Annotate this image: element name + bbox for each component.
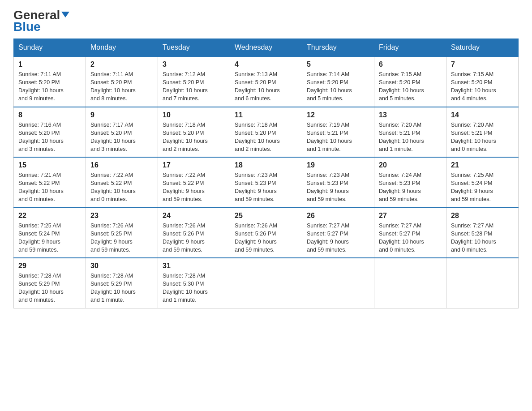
calendar-cell: 4Sunrise: 7:13 AMSunset: 5:20 PMDaylight… bbox=[230, 56, 302, 107]
calendar-cell: 21Sunrise: 7:25 AMSunset: 5:24 PMDayligh… bbox=[446, 157, 519, 208]
day-info: Sunrise: 7:28 AMSunset: 5:30 PMDaylight:… bbox=[163, 272, 225, 304]
col-header-friday: Friday bbox=[374, 39, 446, 57]
calendar-cell: 11Sunrise: 7:18 AMSunset: 5:20 PMDayligh… bbox=[230, 107, 302, 158]
calendar-cell bbox=[446, 258, 519, 308]
day-info: Sunrise: 7:23 AMSunset: 5:23 PMDaylight:… bbox=[307, 171, 369, 204]
calendar-cell: 17Sunrise: 7:22 AMSunset: 5:22 PMDayligh… bbox=[158, 157, 230, 208]
calendar-cell: 15Sunrise: 7:21 AMSunset: 5:22 PMDayligh… bbox=[14, 157, 86, 208]
col-header-saturday: Saturday bbox=[446, 39, 519, 57]
day-number: 2 bbox=[90, 60, 153, 68]
calendar-cell: 16Sunrise: 7:22 AMSunset: 5:22 PMDayligh… bbox=[86, 157, 158, 208]
day-number: 3 bbox=[163, 60, 225, 68]
day-info: Sunrise: 7:11 AMSunset: 5:20 PMDaylight:… bbox=[90, 70, 153, 103]
day-number: 25 bbox=[235, 212, 297, 220]
day-number: 12 bbox=[307, 111, 369, 119]
day-info: Sunrise: 7:28 AMSunset: 5:29 PMDaylight:… bbox=[18, 272, 81, 304]
day-info: Sunrise: 7:15 AMSunset: 5:20 PMDaylight:… bbox=[379, 70, 442, 103]
day-info: Sunrise: 7:12 AMSunset: 5:20 PMDaylight:… bbox=[163, 70, 225, 103]
day-number: 24 bbox=[163, 212, 225, 220]
calendar-cell: 22Sunrise: 7:25 AMSunset: 5:24 PMDayligh… bbox=[14, 208, 86, 258]
calendar-cell: 23Sunrise: 7:26 AMSunset: 5:25 PMDayligh… bbox=[86, 208, 158, 258]
day-number: 15 bbox=[18, 161, 81, 169]
calendar-cell: 24Sunrise: 7:26 AMSunset: 5:26 PMDayligh… bbox=[158, 208, 230, 258]
calendar-cell: 30Sunrise: 7:28 AMSunset: 5:29 PMDayligh… bbox=[86, 258, 158, 308]
day-info: Sunrise: 7:20 AMSunset: 5:21 PMDaylight:… bbox=[451, 121, 514, 154]
day-info: Sunrise: 7:28 AMSunset: 5:29 PMDaylight:… bbox=[90, 272, 153, 304]
day-number: 30 bbox=[90, 262, 153, 270]
calendar-cell: 10Sunrise: 7:18 AMSunset: 5:20 PMDayligh… bbox=[158, 107, 230, 158]
col-header-sunday: Sunday bbox=[14, 39, 86, 57]
calendar-table: SundayMondayTuesdayWednesdayThursdayFrid… bbox=[13, 39, 519, 308]
day-info: Sunrise: 7:26 AMSunset: 5:26 PMDaylight:… bbox=[235, 222, 297, 254]
day-number: 28 bbox=[451, 212, 514, 220]
day-number: 31 bbox=[163, 262, 225, 270]
calendar-cell: 1Sunrise: 7:11 AMSunset: 5:20 PMDaylight… bbox=[14, 56, 86, 107]
calendar-cell: 2Sunrise: 7:11 AMSunset: 5:20 PMDaylight… bbox=[86, 56, 158, 107]
week-row-4: 22Sunrise: 7:25 AMSunset: 5:24 PMDayligh… bbox=[14, 208, 519, 258]
day-info: Sunrise: 7:17 AMSunset: 5:20 PMDaylight:… bbox=[90, 121, 153, 154]
page-header: General Blue bbox=[13, 9, 519, 34]
day-number: 7 bbox=[451, 60, 514, 68]
col-header-thursday: Thursday bbox=[302, 39, 374, 57]
day-number: 17 bbox=[163, 161, 225, 169]
calendar-cell: 29Sunrise: 7:28 AMSunset: 5:29 PMDayligh… bbox=[14, 258, 86, 308]
col-header-monday: Monday bbox=[86, 39, 158, 57]
calendar-header-row: SundayMondayTuesdayWednesdayThursdayFrid… bbox=[14, 39, 519, 57]
calendar-cell: 7Sunrise: 7:15 AMSunset: 5:20 PMDaylight… bbox=[446, 56, 519, 107]
calendar-cell: 6Sunrise: 7:15 AMSunset: 5:20 PMDaylight… bbox=[374, 56, 446, 107]
day-number: 14 bbox=[451, 111, 514, 119]
day-number: 29 bbox=[18, 262, 81, 270]
day-number: 18 bbox=[235, 161, 297, 169]
day-info: Sunrise: 7:18 AMSunset: 5:20 PMDaylight:… bbox=[235, 121, 297, 154]
calendar-cell: 28Sunrise: 7:27 AMSunset: 5:28 PMDayligh… bbox=[446, 208, 519, 258]
week-row-5: 29Sunrise: 7:28 AMSunset: 5:29 PMDayligh… bbox=[14, 258, 519, 308]
day-info: Sunrise: 7:20 AMSunset: 5:21 PMDaylight:… bbox=[379, 121, 442, 154]
calendar-cell: 5Sunrise: 7:14 AMSunset: 5:20 PMDaylight… bbox=[302, 56, 374, 107]
col-header-tuesday: Tuesday bbox=[158, 39, 230, 57]
day-info: Sunrise: 7:26 AMSunset: 5:25 PMDaylight:… bbox=[90, 222, 153, 254]
day-info: Sunrise: 7:22 AMSunset: 5:22 PMDaylight:… bbox=[90, 171, 153, 204]
day-number: 8 bbox=[18, 111, 81, 119]
calendar-cell: 27Sunrise: 7:27 AMSunset: 5:27 PMDayligh… bbox=[374, 208, 446, 258]
day-number: 19 bbox=[307, 161, 369, 169]
day-number: 27 bbox=[379, 212, 442, 220]
calendar-cell: 25Sunrise: 7:26 AMSunset: 5:26 PMDayligh… bbox=[230, 208, 302, 258]
logo-blue: Blue bbox=[13, 20, 41, 34]
calendar-cell: 12Sunrise: 7:19 AMSunset: 5:21 PMDayligh… bbox=[302, 107, 374, 158]
day-info: Sunrise: 7:27 AMSunset: 5:28 PMDaylight:… bbox=[451, 222, 514, 254]
day-info: Sunrise: 7:15 AMSunset: 5:20 PMDaylight:… bbox=[451, 70, 514, 103]
day-number: 23 bbox=[90, 212, 153, 220]
calendar-cell: 8Sunrise: 7:16 AMSunset: 5:20 PMDaylight… bbox=[14, 107, 86, 158]
day-number: 20 bbox=[379, 161, 442, 169]
calendar-cell: 13Sunrise: 7:20 AMSunset: 5:21 PMDayligh… bbox=[374, 107, 446, 158]
day-info: Sunrise: 7:25 AMSunset: 5:24 PMDaylight:… bbox=[18, 222, 81, 254]
day-info: Sunrise: 7:16 AMSunset: 5:20 PMDaylight:… bbox=[18, 121, 81, 154]
calendar-cell bbox=[374, 258, 446, 308]
day-number: 13 bbox=[379, 111, 442, 119]
day-number: 26 bbox=[307, 212, 369, 220]
day-info: Sunrise: 7:26 AMSunset: 5:26 PMDaylight:… bbox=[163, 222, 225, 254]
day-number: 6 bbox=[379, 60, 442, 68]
day-info: Sunrise: 7:27 AMSunset: 5:27 PMDaylight:… bbox=[379, 222, 442, 254]
day-number: 21 bbox=[451, 161, 514, 169]
calendar-cell bbox=[230, 258, 302, 308]
day-number: 22 bbox=[18, 212, 81, 220]
day-number: 5 bbox=[307, 60, 369, 68]
calendar-cell: 9Sunrise: 7:17 AMSunset: 5:20 PMDaylight… bbox=[86, 107, 158, 158]
day-number: 10 bbox=[163, 111, 225, 119]
col-header-wednesday: Wednesday bbox=[230, 39, 302, 57]
day-info: Sunrise: 7:14 AMSunset: 5:20 PMDaylight:… bbox=[307, 70, 369, 103]
calendar-cell: 26Sunrise: 7:27 AMSunset: 5:27 PMDayligh… bbox=[302, 208, 374, 258]
week-row-1: 1Sunrise: 7:11 AMSunset: 5:20 PMDaylight… bbox=[14, 56, 519, 107]
calendar-cell: 3Sunrise: 7:12 AMSunset: 5:20 PMDaylight… bbox=[158, 56, 230, 107]
day-number: 1 bbox=[18, 60, 81, 68]
day-info: Sunrise: 7:27 AMSunset: 5:27 PMDaylight:… bbox=[307, 222, 369, 254]
day-info: Sunrise: 7:25 AMSunset: 5:24 PMDaylight:… bbox=[451, 171, 514, 204]
day-number: 11 bbox=[235, 111, 297, 119]
day-info: Sunrise: 7:11 AMSunset: 5:20 PMDaylight:… bbox=[18, 70, 81, 103]
day-number: 4 bbox=[235, 60, 297, 68]
day-info: Sunrise: 7:18 AMSunset: 5:20 PMDaylight:… bbox=[163, 121, 225, 154]
calendar-cell: 31Sunrise: 7:28 AMSunset: 5:30 PMDayligh… bbox=[158, 258, 230, 308]
day-info: Sunrise: 7:19 AMSunset: 5:21 PMDaylight:… bbox=[307, 121, 369, 154]
day-number: 9 bbox=[90, 111, 153, 119]
